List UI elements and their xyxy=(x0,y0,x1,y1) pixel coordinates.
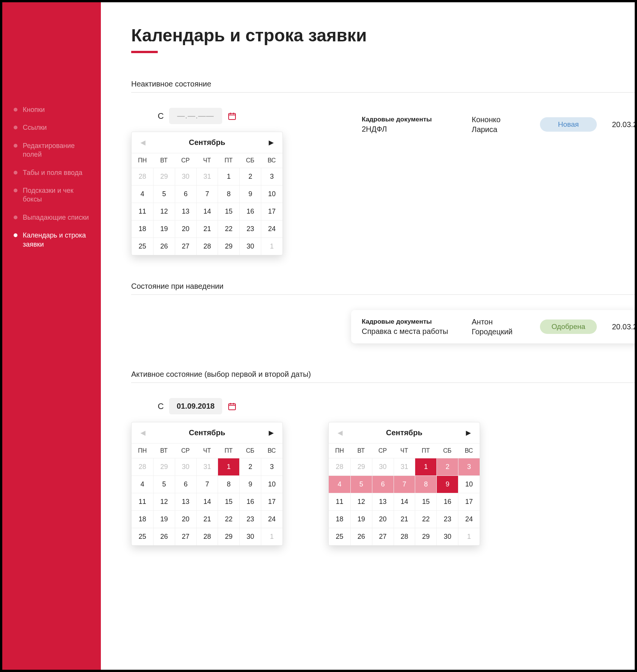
calendar-day[interactable]: 4 xyxy=(132,185,153,203)
calendar-day[interactable]: 14 xyxy=(394,493,415,510)
calendar-day[interactable]: 28 xyxy=(329,458,350,475)
calendar-day[interactable]: 15 xyxy=(415,493,436,510)
calendar-day[interactable]: 30 xyxy=(175,168,196,185)
sidebar-item[interactable]: Кнопки xyxy=(2,101,101,119)
calendar-day[interactable]: 27 xyxy=(175,238,196,255)
calendar-day[interactable]: 10 xyxy=(458,475,480,493)
calendar-day[interactable]: 4 xyxy=(132,475,153,493)
calendar-day[interactable]: 15 xyxy=(218,203,239,220)
sidebar-item[interactable]: Подсказки и чек боксы xyxy=(2,182,101,209)
date-input[interactable]: 01.09.2018 xyxy=(169,398,222,414)
calendar-day[interactable]: 26 xyxy=(153,238,175,255)
calendar-day[interactable]: 17 xyxy=(261,203,282,220)
calendar-day[interactable]: 22 xyxy=(218,220,239,238)
calendar-day[interactable]: 19 xyxy=(153,510,175,528)
date-input[interactable]: —.—.—— xyxy=(169,108,222,124)
calendar-day[interactable]: 6 xyxy=(175,185,196,203)
calendar-day[interactable]: 28 xyxy=(132,458,153,475)
calendar-day[interactable]: 27 xyxy=(372,528,394,545)
calendar-day[interactable]: 8 xyxy=(218,475,239,493)
calendar-day[interactable]: 26 xyxy=(350,528,372,545)
prev-month-icon[interactable]: ◀ xyxy=(138,137,147,148)
calendar-day[interactable]: 20 xyxy=(372,510,394,528)
calendar-day[interactable]: 28 xyxy=(196,238,218,255)
calendar-day[interactable]: 5 xyxy=(350,475,372,493)
calendar-day[interactable]: 2 xyxy=(436,458,458,475)
calendar-day[interactable]: 24 xyxy=(458,510,480,528)
request-row[interactable]: Кадровые документы 2НДФЛ Кононко Лариса … xyxy=(351,108,637,141)
calendar-day[interactable]: 5 xyxy=(153,185,175,203)
request-row[interactable]: Кадровые документы Справка с места работ… xyxy=(351,310,637,343)
sidebar-item[interactable]: Редактирование полей xyxy=(2,137,101,164)
calendar-day[interactable]: 4 xyxy=(329,475,350,493)
calendar-day[interactable]: 11 xyxy=(132,493,153,510)
calendar-day[interactable]: 29 xyxy=(218,238,239,255)
calendar-day[interactable]: 12 xyxy=(350,493,372,510)
prev-month-icon[interactable]: ◀ xyxy=(138,428,147,438)
calendar-day[interactable]: 31 xyxy=(196,168,218,185)
calendar-day[interactable]: 19 xyxy=(153,220,175,238)
calendar-day[interactable]: 16 xyxy=(436,493,458,510)
calendar-day[interactable]: 22 xyxy=(415,510,436,528)
calendar-day[interactable]: 1 xyxy=(415,458,436,475)
calendar-day[interactable]: 21 xyxy=(196,220,218,238)
calendar-day[interactable]: 30 xyxy=(239,528,261,545)
calendar-day[interactable]: 16 xyxy=(239,203,261,220)
calendar-day[interactable]: 1 xyxy=(261,528,282,545)
calendar-day[interactable]: 2 xyxy=(239,458,261,475)
calendar-day[interactable]: 16 xyxy=(239,493,261,510)
calendar-day[interactable]: 12 xyxy=(153,203,175,220)
calendar-day[interactable]: 13 xyxy=(175,203,196,220)
calendar-day[interactable]: 3 xyxy=(261,458,282,475)
calendar-day[interactable]: 7 xyxy=(196,475,218,493)
calendar-day[interactable]: 30 xyxy=(175,458,196,475)
calendar-day[interactable]: 14 xyxy=(196,203,218,220)
calendar-day[interactable]: 3 xyxy=(458,458,480,475)
calendar-day[interactable]: 13 xyxy=(372,493,394,510)
calendar-day[interactable]: 20 xyxy=(175,510,196,528)
sidebar-item[interactable]: Ссылки xyxy=(2,119,101,137)
sidebar-item[interactable]: Календарь и строка заявки xyxy=(2,227,101,253)
calendar-day[interactable]: 25 xyxy=(329,528,350,545)
calendar-day[interactable]: 30 xyxy=(372,458,394,475)
calendar-day[interactable]: 25 xyxy=(132,238,153,255)
calendar-day[interactable]: 11 xyxy=(329,493,350,510)
calendar-day[interactable]: 21 xyxy=(196,510,218,528)
calendar-day[interactable]: 20 xyxy=(175,220,196,238)
calendar-day[interactable]: 5 xyxy=(153,475,175,493)
calendar-day[interactable]: 23 xyxy=(239,510,261,528)
sidebar-item[interactable]: Выпадающие списки xyxy=(2,209,101,227)
calendar-day[interactable]: 29 xyxy=(153,458,175,475)
calendar-day[interactable]: 7 xyxy=(196,185,218,203)
calendar-day[interactable]: 22 xyxy=(218,510,239,528)
calendar-day[interactable]: 17 xyxy=(261,493,282,510)
calendar-day[interactable]: 27 xyxy=(175,528,196,545)
calendar-day[interactable]: 7 xyxy=(394,475,415,493)
calendar-day[interactable]: 10 xyxy=(261,185,282,203)
calendar-day[interactable]: 25 xyxy=(132,528,153,545)
calendar-day[interactable]: 8 xyxy=(218,185,239,203)
calendar-day[interactable]: 29 xyxy=(153,168,175,185)
calendar-day[interactable]: 30 xyxy=(436,528,458,545)
calendar-day[interactable]: 1 xyxy=(218,458,239,475)
calendar-day[interactable]: 28 xyxy=(394,528,415,545)
sidebar-item[interactable]: Табы и поля ввода xyxy=(2,164,101,182)
calendar-day[interactable]: 31 xyxy=(196,458,218,475)
calendar-icon[interactable] xyxy=(228,402,237,411)
prev-month-icon[interactable]: ◀ xyxy=(336,428,345,438)
calendar-day[interactable]: 3 xyxy=(261,168,282,185)
calendar-day[interactable]: 26 xyxy=(153,528,175,545)
calendar-day[interactable]: 18 xyxy=(132,510,153,528)
calendar-day[interactable]: 6 xyxy=(175,475,196,493)
calendar-day[interactable]: 12 xyxy=(153,493,175,510)
calendar-day[interactable]: 2 xyxy=(239,168,261,185)
calendar-day[interactable]: 23 xyxy=(239,220,261,238)
calendar-day[interactable]: 31 xyxy=(394,458,415,475)
calendar-day[interactable]: 9 xyxy=(239,475,261,493)
calendar-day[interactable]: 17 xyxy=(458,493,480,510)
next-month-icon[interactable]: ▶ xyxy=(267,428,276,438)
calendar-day[interactable]: 6 xyxy=(372,475,394,493)
calendar-day[interactable]: 18 xyxy=(329,510,350,528)
calendar-day[interactable]: 29 xyxy=(415,528,436,545)
next-month-icon[interactable]: ▶ xyxy=(464,428,473,438)
